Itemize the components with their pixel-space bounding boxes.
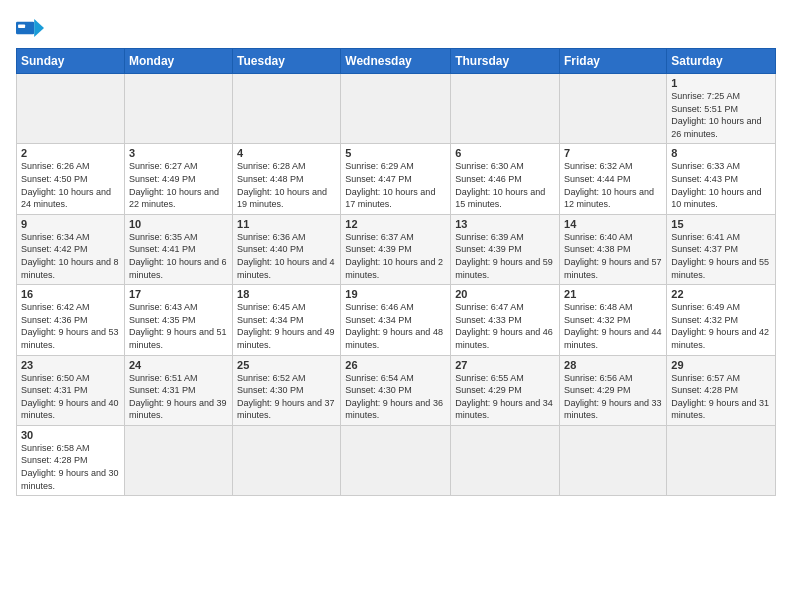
day-number: 15 [671,218,771,230]
calendar-cell [341,425,451,495]
day-info: Sunrise: 6:56 AM Sunset: 4:29 PM Dayligh… [564,372,662,422]
calendar-cell: 7Sunrise: 6:32 AM Sunset: 4:44 PM Daylig… [560,144,667,214]
calendar: SundayMondayTuesdayWednesdayThursdayFrid… [16,48,776,496]
calendar-cell: 9Sunrise: 6:34 AM Sunset: 4:42 PM Daylig… [17,214,125,284]
calendar-cell: 25Sunrise: 6:52 AM Sunset: 4:30 PM Dayli… [233,355,341,425]
calendar-cell: 4Sunrise: 6:28 AM Sunset: 4:48 PM Daylig… [233,144,341,214]
day-info: Sunrise: 6:42 AM Sunset: 4:36 PM Dayligh… [21,301,120,351]
day-number: 4 [237,147,336,159]
day-number: 18 [237,288,336,300]
day-info: Sunrise: 6:58 AM Sunset: 4:28 PM Dayligh… [21,442,120,492]
day-info: Sunrise: 6:45 AM Sunset: 4:34 PM Dayligh… [237,301,336,351]
day-number: 22 [671,288,771,300]
calendar-cell: 26Sunrise: 6:54 AM Sunset: 4:30 PM Dayli… [341,355,451,425]
calendar-cell [341,74,451,144]
calendar-cell: 6Sunrise: 6:30 AM Sunset: 4:46 PM Daylig… [451,144,560,214]
calendar-header-tuesday: Tuesday [233,49,341,74]
day-info: Sunrise: 6:51 AM Sunset: 4:31 PM Dayligh… [129,372,228,422]
calendar-cell: 30Sunrise: 6:58 AM Sunset: 4:28 PM Dayli… [17,425,125,495]
page: SundayMondayTuesdayWednesdayThursdayFrid… [0,0,792,612]
calendar-header-thursday: Thursday [451,49,560,74]
day-number: 30 [21,429,120,441]
calendar-cell: 17Sunrise: 6:43 AM Sunset: 4:35 PM Dayli… [124,285,232,355]
header [16,16,776,40]
day-number: 13 [455,218,555,230]
calendar-week-row: 9Sunrise: 6:34 AM Sunset: 4:42 PM Daylig… [17,214,776,284]
calendar-cell: 22Sunrise: 6:49 AM Sunset: 4:32 PM Dayli… [667,285,776,355]
calendar-cell: 8Sunrise: 6:33 AM Sunset: 4:43 PM Daylig… [667,144,776,214]
day-number: 2 [21,147,120,159]
calendar-cell: 20Sunrise: 6:47 AM Sunset: 4:33 PM Dayli… [451,285,560,355]
day-info: Sunrise: 6:28 AM Sunset: 4:48 PM Dayligh… [237,160,336,210]
calendar-cell: 18Sunrise: 6:45 AM Sunset: 4:34 PM Dayli… [233,285,341,355]
day-info: Sunrise: 6:27 AM Sunset: 4:49 PM Dayligh… [129,160,228,210]
day-info: Sunrise: 6:43 AM Sunset: 4:35 PM Dayligh… [129,301,228,351]
calendar-cell [451,74,560,144]
day-info: Sunrise: 6:50 AM Sunset: 4:31 PM Dayligh… [21,372,120,422]
calendar-cell: 12Sunrise: 6:37 AM Sunset: 4:39 PM Dayli… [341,214,451,284]
day-number: 26 [345,359,446,371]
calendar-cell [233,74,341,144]
calendar-cell: 1Sunrise: 7:25 AM Sunset: 5:51 PM Daylig… [667,74,776,144]
calendar-header-wednesday: Wednesday [341,49,451,74]
logo [16,16,48,40]
day-info: Sunrise: 6:57 AM Sunset: 4:28 PM Dayligh… [671,372,771,422]
day-info: Sunrise: 6:47 AM Sunset: 4:33 PM Dayligh… [455,301,555,351]
day-number: 12 [345,218,446,230]
calendar-week-row: 16Sunrise: 6:42 AM Sunset: 4:36 PM Dayli… [17,285,776,355]
calendar-cell [233,425,341,495]
day-number: 7 [564,147,662,159]
day-number: 29 [671,359,771,371]
generalblue-logo-icon [16,16,44,40]
svg-rect-0 [16,22,34,35]
day-number: 14 [564,218,662,230]
day-number: 6 [455,147,555,159]
day-info: Sunrise: 6:48 AM Sunset: 4:32 PM Dayligh… [564,301,662,351]
svg-rect-2 [18,25,25,29]
day-info: Sunrise: 7:25 AM Sunset: 5:51 PM Dayligh… [671,90,771,140]
day-info: Sunrise: 6:54 AM Sunset: 4:30 PM Dayligh… [345,372,446,422]
day-number: 1 [671,77,771,89]
calendar-cell: 13Sunrise: 6:39 AM Sunset: 4:39 PM Dayli… [451,214,560,284]
day-number: 27 [455,359,555,371]
day-number: 10 [129,218,228,230]
calendar-cell: 24Sunrise: 6:51 AM Sunset: 4:31 PM Dayli… [124,355,232,425]
calendar-cell: 10Sunrise: 6:35 AM Sunset: 4:41 PM Dayli… [124,214,232,284]
day-info: Sunrise: 6:35 AM Sunset: 4:41 PM Dayligh… [129,231,228,281]
day-number: 20 [455,288,555,300]
calendar-cell: 29Sunrise: 6:57 AM Sunset: 4:28 PM Dayli… [667,355,776,425]
calendar-week-row: 30Sunrise: 6:58 AM Sunset: 4:28 PM Dayli… [17,425,776,495]
calendar-cell: 28Sunrise: 6:56 AM Sunset: 4:29 PM Dayli… [560,355,667,425]
calendar-cell: 21Sunrise: 6:48 AM Sunset: 4:32 PM Dayli… [560,285,667,355]
calendar-cell: 2Sunrise: 6:26 AM Sunset: 4:50 PM Daylig… [17,144,125,214]
day-number: 21 [564,288,662,300]
day-info: Sunrise: 6:52 AM Sunset: 4:30 PM Dayligh… [237,372,336,422]
day-info: Sunrise: 6:49 AM Sunset: 4:32 PM Dayligh… [671,301,771,351]
day-number: 28 [564,359,662,371]
day-info: Sunrise: 6:33 AM Sunset: 4:43 PM Dayligh… [671,160,771,210]
calendar-week-row: 1Sunrise: 7:25 AM Sunset: 5:51 PM Daylig… [17,74,776,144]
calendar-cell [17,74,125,144]
calendar-cell: 27Sunrise: 6:55 AM Sunset: 4:29 PM Dayli… [451,355,560,425]
calendar-cell [560,425,667,495]
day-number: 8 [671,147,771,159]
calendar-header-sunday: Sunday [17,49,125,74]
day-number: 23 [21,359,120,371]
day-number: 24 [129,359,228,371]
calendar-cell [451,425,560,495]
day-info: Sunrise: 6:55 AM Sunset: 4:29 PM Dayligh… [455,372,555,422]
calendar-week-row: 23Sunrise: 6:50 AM Sunset: 4:31 PM Dayli… [17,355,776,425]
day-info: Sunrise: 6:37 AM Sunset: 4:39 PM Dayligh… [345,231,446,281]
day-info: Sunrise: 6:32 AM Sunset: 4:44 PM Dayligh… [564,160,662,210]
calendar-cell: 15Sunrise: 6:41 AM Sunset: 4:37 PM Dayli… [667,214,776,284]
day-number: 3 [129,147,228,159]
calendar-header-monday: Monday [124,49,232,74]
day-info: Sunrise: 6:30 AM Sunset: 4:46 PM Dayligh… [455,160,555,210]
calendar-week-row: 2Sunrise: 6:26 AM Sunset: 4:50 PM Daylig… [17,144,776,214]
calendar-header-friday: Friday [560,49,667,74]
day-number: 5 [345,147,446,159]
day-number: 25 [237,359,336,371]
day-number: 19 [345,288,446,300]
svg-marker-1 [34,19,44,37]
day-number: 16 [21,288,120,300]
